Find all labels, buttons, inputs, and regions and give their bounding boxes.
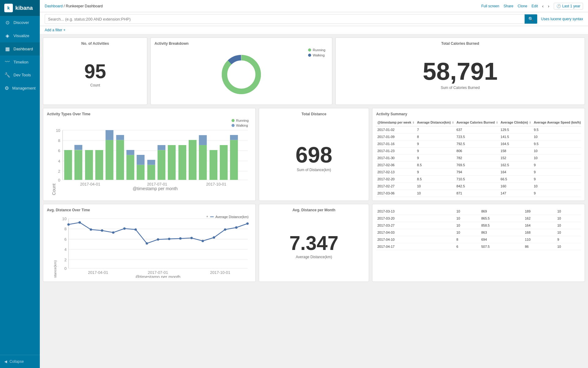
sidebar-item-management[interactable]: ⚙ Management [0,82,40,95]
cell-avg-climb: 164.5 [499,140,533,148]
cell-avg-distance: 10 [455,215,480,222]
svg-rect-41 [230,140,238,180]
search-input[interactable] [45,15,525,23]
avg-distance-per-month-metric: 7.347 Average Distance(km) [289,215,338,278]
svg-rect-39 [209,150,217,180]
panel-avg-distance-per-month: Avg. Distance per Month 7.347 Average Di… [259,204,369,282]
col-avg-distance[interactable]: Average Distance(km) ⇕ [416,119,455,126]
breadcrumb-current: Runkeeper Dashboard [66,4,103,8]
svg-rect-42 [230,135,238,140]
time-range-button[interactable]: 🕐 Last 1 year [554,3,583,10]
calories-value: 58,791 [423,59,498,84]
edit-button[interactable]: Edit [532,4,538,8]
cell-avg-climb: 86 [524,243,556,250]
breakdown-title: Activity Breakdown [154,41,328,46]
nav-next-button[interactable]: › [548,4,549,9]
col-avg-climb[interactable]: Average Climb(m) ⇕ [499,119,533,126]
panel-activity-summary-row3: 2017-03-13 10 869 189 10 2017-03-20 10 8… [372,204,585,282]
cell-avg-climb: 129.5 [499,126,533,133]
svg-text:8: 8 [58,138,60,143]
sidebar-item-timelion[interactable]: 〰 Timelion [0,56,40,68]
cell-avg-calories: 871 [455,190,499,197]
add-filter-button[interactable]: Add a filter + [45,28,66,32]
cell-avg-climb: 162.5 [499,162,533,169]
share-button[interactable]: Share [503,4,513,8]
svg-rect-18 [74,150,82,180]
sidebar-item-discover[interactable]: ⊙ Discover [0,16,40,29]
sidebar-logo[interactable]: k kibana [0,0,40,16]
cell-avg-speed: 9 [533,169,581,176]
svg-rect-17 [64,150,72,180]
searchbar: 🔍 Uses lucene query syntax [40,12,588,26]
activity-summary-table-2: 2017-03-13 10 869 189 10 2017-03-20 10 8… [376,208,581,250]
svg-text:6: 6 [58,148,60,153]
svg-point-67 [134,228,137,231]
total-distance-metric: 698 Sum of Distance(km) [296,119,332,197]
fullscreen-button[interactable]: Full screen [481,4,499,8]
topbar-actions: Full screen Share Clone Edit ‹ › 🕐 Last … [481,3,583,10]
clock-icon: 🕐 [556,4,561,8]
svg-rect-40 [220,145,228,180]
table-row: 2017-01-23 9 806 158 10 [376,148,581,155]
col-avg-speed[interactable]: Average Average Speed (km/h) ⇕ [533,119,581,126]
dashboard-icon: ▦ [4,46,10,52]
total-distance-label: Sum of Distance(km) [297,168,331,172]
panel-breakdown: Activity Breakdown Running Walking [150,37,332,105]
cell-avg-calories: 507.5 [480,243,524,250]
svg-text:2017-07-01: 2017-07-01 [148,270,168,275]
cell-avg-distance: 10 [455,222,480,229]
breadcrumb-dashboard-link[interactable]: Dashboard [45,4,63,8]
svg-point-76 [235,226,238,229]
cell-avg-calories: 794 [455,169,499,176]
cell-timestamp: 2017-01-30 [376,155,416,162]
sidebar-item-dashboard[interactable]: ▦ Dashboard [0,42,40,56]
cell-avg-climb: 164 [524,222,556,229]
cell-avg-distance: 6 [455,243,480,250]
cell-avg-calories: 723.5 [455,133,499,140]
svg-text:Count: Count [51,183,56,195]
table-row: 2017-03-06 10 871 147 9 [376,190,581,197]
search-button[interactable]: 🔍 [525,14,537,24]
clone-button[interactable]: Clone [518,4,527,8]
svg-rect-21 [95,150,103,180]
sidebar: k kibana ⊙ Discover ◈ Visualize ▦ Dashbo… [0,0,40,368]
cell-avg-speed: 10 [533,133,581,140]
panel-activity-summary: Activity Summary @timestamp per week ⇕ A… [372,108,585,201]
cell-avg-speed: 10 [533,155,581,162]
search-wrapper: 🔍 [45,14,537,24]
sidebar-item-visualize[interactable]: ◈ Visualize [0,29,40,42]
svg-text:2: 2 [64,258,66,262]
table-row: 2017-02-20 8.5 710.5 66.5 9 [376,176,581,183]
cell-avg-distance: 10 [416,190,455,197]
svg-point-72 [190,237,193,239]
cell-avg-distance: 10 [455,208,480,215]
lucene-link[interactable]: Uses lucene query syntax [541,17,583,21]
cell-avg-distance: 9 [416,155,455,162]
table-row: 2017-02-06 8.5 769.5 162.5 9 [376,162,581,169]
svg-point-70 [168,238,171,240]
collapse-button[interactable]: ◀ Collapse [0,355,40,368]
cell-avg-speed: 10 [556,222,581,229]
svg-point-62 [78,221,81,224]
col-timestamp[interactable]: @timestamp per week ⇕ [376,119,416,126]
total-distance-title: Total Distance [301,112,326,116]
svg-rect-19 [74,145,82,150]
dashboard-grid: No. of Activities 95 Count Activity Brea… [40,34,588,368]
sidebar-item-devtools[interactable]: 🔧 Dev Tools [0,68,40,82]
time-range-label: Last 1 year [562,4,580,8]
cell-avg-distance: 8 [416,133,455,140]
col-avg-calories[interactable]: Average Calories Burned ⇕ [455,119,499,126]
donut-chart [220,53,263,96]
nav-prev-button[interactable]: ‹ [542,4,544,9]
svg-rect-32 [157,150,165,180]
svg-rect-38 [199,135,207,145]
activities-value: 95 [84,62,106,81]
cell-avg-distance: 9 [416,140,455,148]
collapse-label: Collapse [9,359,24,364]
svg-text:8: 8 [64,227,66,231]
cell-avg-climb: 168 [524,229,556,236]
sidebar-label-management: Management [12,86,36,90]
cell-timestamp: 2017-02-06 [376,162,416,169]
avg-distance-legend-label: Average Distance(km) [215,215,249,219]
cell-avg-climb: 189 [524,208,556,215]
